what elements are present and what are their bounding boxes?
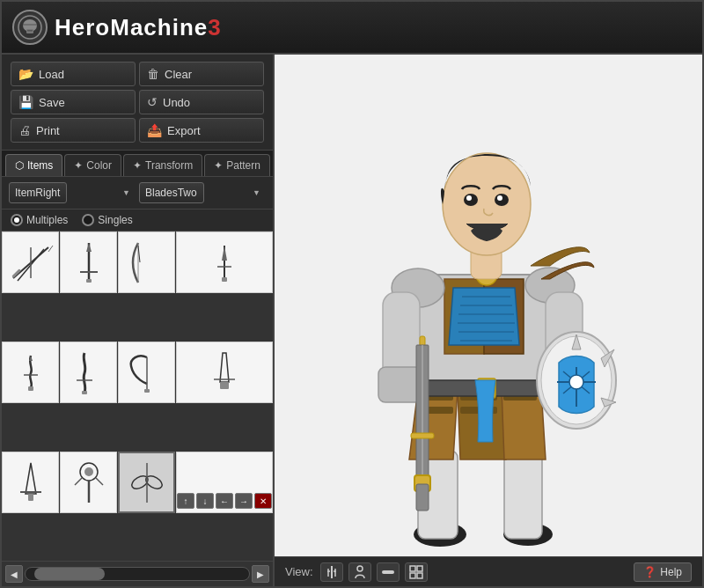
- ctrl-move-down[interactable]: ↓: [196, 493, 214, 509]
- ctrl-move-left[interactable]: ←: [216, 493, 233, 509]
- toolbar: 📂 Load 🗑 Clear 💾 Save ↺ Undo: [2, 55, 273, 151]
- transform-tab-label: Transform: [145, 159, 193, 172]
- save-button[interactable]: 💾 Save: [11, 90, 136, 114]
- grid-item-11[interactable]: [118, 452, 175, 513]
- svg-rect-13: [86, 279, 92, 283]
- color-tab-label: Color: [86, 159, 112, 172]
- long-sword-icon: [62, 239, 115, 287]
- grid-item-4[interactable]: [176, 232, 273, 293]
- title-number: 3: [208, 14, 221, 40]
- left-panel: 📂 Load 🗑 Clear 💾 Save ↺ Undo: [2, 55, 275, 586]
- dropdowns-row: ItemRight ItemLeft Head Body Legs Feet B…: [2, 177, 273, 209]
- svg-rect-21: [28, 386, 33, 391]
- grid-item-10[interactable]: [60, 452, 117, 513]
- grid-item-2[interactable]: [60, 232, 117, 293]
- undo-button[interactable]: ↺ Undo: [139, 90, 264, 114]
- help-button[interactable]: ❓ Help: [634, 562, 692, 582]
- view-icon-person[interactable]: [348, 562, 371, 582]
- svg-line-34: [75, 478, 82, 485]
- singles-radio[interactable]: Singles: [82, 214, 132, 226]
- view-left: View:: [285, 562, 428, 582]
- scrollbar-area: ◀ ▶: [2, 561, 273, 586]
- ctrl-move-up[interactable]: ↑: [177, 493, 194, 509]
- grid-item-9[interactable]: [2, 452, 59, 513]
- multiples-radio[interactable]: Multiples: [11, 214, 68, 226]
- bow-icon: [121, 239, 173, 287]
- ctrl-move-right[interactable]: →: [235, 493, 253, 509]
- clear-button[interactable]: 🗑 Clear: [139, 62, 264, 86]
- svg-rect-74: [411, 433, 434, 438]
- grid-item-3[interactable]: [118, 232, 175, 293]
- dagger-wavy-icon: [4, 349, 57, 397]
- save-icon: 💾: [18, 95, 33, 109]
- grid-item-7[interactable]: [118, 342, 175, 403]
- svg-rect-92: [410, 573, 415, 578]
- print-icon: 🖨: [18, 123, 31, 137]
- canvas-area: View:: [275, 55, 702, 586]
- tab-items[interactable]: ⬡ Items: [5, 154, 62, 176]
- svg-rect-19: [222, 277, 227, 282]
- grid-item-5[interactable]: [2, 342, 59, 403]
- load-button[interactable]: 📂 Load: [11, 62, 136, 86]
- view-icon-grid[interactable]: [405, 562, 428, 582]
- slot-dropdown[interactable]: ItemRight ItemLeft Head Body Legs Feet: [9, 182, 67, 203]
- full-view-icon: [324, 564, 340, 580]
- knife-long-icon: [198, 349, 251, 397]
- svg-point-82: [497, 195, 502, 201]
- multiples-label: Multiples: [26, 214, 68, 226]
- view-icon-bar[interactable]: [377, 562, 400, 582]
- items-tab-label: Items: [27, 159, 53, 172]
- app-header: HeroMachine3: [2, 2, 702, 55]
- svg-line-35: [96, 478, 103, 485]
- tab-transform[interactable]: ✦ Transform: [123, 154, 202, 176]
- svg-rect-32: [28, 494, 33, 501]
- ctrl-delete[interactable]: ✕: [254, 493, 272, 509]
- tabs: ⬡ Items ✦ Color ✦ Transform ✦ Pattern: [2, 151, 273, 177]
- tab-color[interactable]: ✦ Color: [64, 154, 121, 176]
- svg-rect-76: [416, 484, 429, 511]
- export-label: Export: [167, 124, 201, 137]
- sword-wide-icon: [4, 459, 57, 507]
- print-button[interactable]: 🖨 Print: [11, 118, 136, 143]
- dagger-short-icon: [198, 239, 251, 287]
- export-icon: 📤: [147, 123, 162, 137]
- scroll-right-arrow[interactable]: ▶: [252, 565, 269, 583]
- grid-item-1[interactable]: [2, 232, 59, 293]
- svg-rect-24: [82, 391, 87, 394]
- logo-area: HeroMachine3: [12, 10, 222, 45]
- pattern-tab-icon: ✦: [214, 159, 223, 172]
- scroll-left-arrow[interactable]: ◀: [5, 565, 23, 583]
- svg-rect-93: [417, 573, 422, 578]
- svg-line-9: [48, 246, 53, 252]
- main-layout: 📂 Load 🗑 Clear 💾 Save ↺ Undo: [2, 55, 702, 586]
- undo-label: Undo: [163, 96, 190, 109]
- tab-pattern[interactable]: ✦ Pattern: [204, 154, 270, 176]
- person-view-icon: [352, 564, 368, 580]
- scrollbar-track[interactable]: [25, 567, 250, 581]
- logo-icon: [12, 10, 48, 45]
- radio-row: Multiples Singles: [2, 209, 273, 232]
- help-label: Help: [660, 566, 682, 578]
- view-icon-full[interactable]: [320, 562, 343, 582]
- butterfly-sword-icon: [121, 459, 173, 507]
- export-button[interactable]: 📤 Export: [139, 118, 264, 143]
- grid-item-6[interactable]: [60, 342, 117, 403]
- grid-item-8[interactable]: [176, 342, 273, 403]
- clear-icon: 🗑: [147, 67, 159, 81]
- svg-point-67: [569, 375, 583, 389]
- singles-radio-dot: [82, 214, 94, 226]
- print-label: Print: [36, 124, 60, 137]
- grid-item-controls: ↑ ↓ ← → ✕: [176, 452, 273, 513]
- category-dropdown[interactable]: BladesTwo BladesOne Axes Spears Shields: [139, 182, 204, 203]
- bottom-bar: View:: [275, 556, 702, 586]
- sword-twisted-icon: [62, 349, 115, 397]
- app-title: HeroMachine3: [55, 14, 222, 41]
- color-tab-icon: ✦: [74, 159, 83, 172]
- scrollbar-thumb[interactable]: [34, 568, 105, 580]
- view-icons: [320, 562, 428, 582]
- title-text: HeroMachine: [55, 14, 208, 40]
- svg-point-88: [357, 566, 363, 571]
- help-icon: ❓: [643, 566, 656, 578]
- hero-figure: [275, 55, 702, 556]
- svg-rect-89: [382, 570, 394, 574]
